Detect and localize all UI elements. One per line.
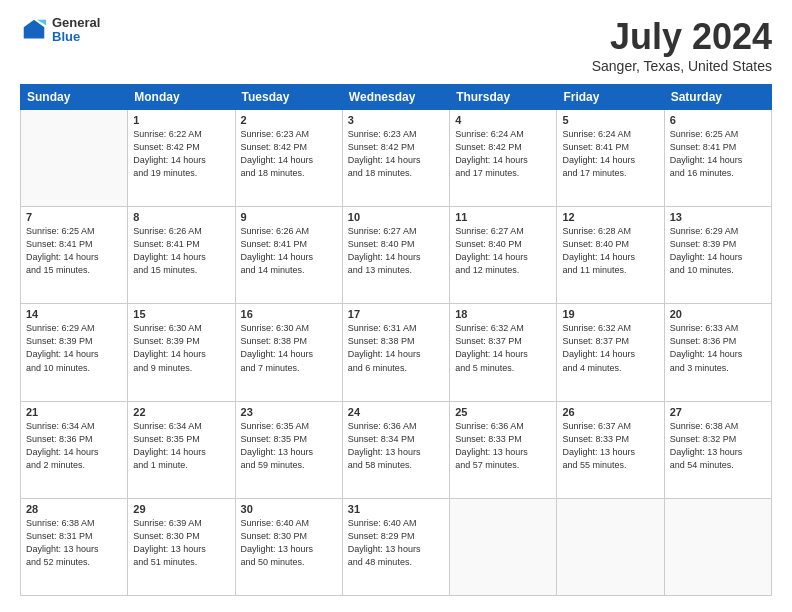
calendar-day-header: Monday: [128, 85, 235, 110]
day-info: Sunrise: 6:23 AM Sunset: 8:42 PM Dayligh…: [348, 128, 444, 180]
day-info: Sunrise: 6:38 AM Sunset: 8:31 PM Dayligh…: [26, 517, 122, 569]
calendar-cell: 25Sunrise: 6:36 AM Sunset: 8:33 PM Dayli…: [450, 401, 557, 498]
calendar-cell: 8Sunrise: 6:26 AM Sunset: 8:41 PM Daylig…: [128, 207, 235, 304]
calendar-cell: 16Sunrise: 6:30 AM Sunset: 8:38 PM Dayli…: [235, 304, 342, 401]
calendar-cell: 2Sunrise: 6:23 AM Sunset: 8:42 PM Daylig…: [235, 110, 342, 207]
day-number: 28: [26, 503, 122, 515]
calendar-day-header: Sunday: [21, 85, 128, 110]
calendar-cell: 27Sunrise: 6:38 AM Sunset: 8:32 PM Dayli…: [664, 401, 771, 498]
day-number: 13: [670, 211, 766, 223]
day-number: 26: [562, 406, 658, 418]
calendar-cell: 10Sunrise: 6:27 AM Sunset: 8:40 PM Dayli…: [342, 207, 449, 304]
day-info: Sunrise: 6:26 AM Sunset: 8:41 PM Dayligh…: [133, 225, 229, 277]
title-block: July 2024 Sanger, Texas, United States: [592, 16, 772, 74]
calendar-cell: 3Sunrise: 6:23 AM Sunset: 8:42 PM Daylig…: [342, 110, 449, 207]
day-number: 9: [241, 211, 337, 223]
day-info: Sunrise: 6:26 AM Sunset: 8:41 PM Dayligh…: [241, 225, 337, 277]
day-info: Sunrise: 6:36 AM Sunset: 8:33 PM Dayligh…: [455, 420, 551, 472]
day-number: 3: [348, 114, 444, 126]
day-info: Sunrise: 6:38 AM Sunset: 8:32 PM Dayligh…: [670, 420, 766, 472]
page: General Blue July 2024 Sanger, Texas, Un…: [0, 0, 792, 612]
calendar-day-header: Friday: [557, 85, 664, 110]
day-info: Sunrise: 6:36 AM Sunset: 8:34 PM Dayligh…: [348, 420, 444, 472]
day-number: 23: [241, 406, 337, 418]
calendar-table: SundayMondayTuesdayWednesdayThursdayFrid…: [20, 84, 772, 596]
day-info: Sunrise: 6:32 AM Sunset: 8:37 PM Dayligh…: [455, 322, 551, 374]
calendar-cell: 20Sunrise: 6:33 AM Sunset: 8:36 PM Dayli…: [664, 304, 771, 401]
day-info: Sunrise: 6:35 AM Sunset: 8:35 PM Dayligh…: [241, 420, 337, 472]
calendar-cell: 13Sunrise: 6:29 AM Sunset: 8:39 PM Dayli…: [664, 207, 771, 304]
calendar-cell: 6Sunrise: 6:25 AM Sunset: 8:41 PM Daylig…: [664, 110, 771, 207]
calendar-header-row: SundayMondayTuesdayWednesdayThursdayFrid…: [21, 85, 772, 110]
calendar-cell: 5Sunrise: 6:24 AM Sunset: 8:41 PM Daylig…: [557, 110, 664, 207]
day-info: Sunrise: 6:24 AM Sunset: 8:42 PM Dayligh…: [455, 128, 551, 180]
day-info: Sunrise: 6:30 AM Sunset: 8:38 PM Dayligh…: [241, 322, 337, 374]
day-info: Sunrise: 6:22 AM Sunset: 8:42 PM Dayligh…: [133, 128, 229, 180]
calendar-cell: 14Sunrise: 6:29 AM Sunset: 8:39 PM Dayli…: [21, 304, 128, 401]
day-info: Sunrise: 6:34 AM Sunset: 8:36 PM Dayligh…: [26, 420, 122, 472]
header: General Blue July 2024 Sanger, Texas, Un…: [20, 16, 772, 74]
day-info: Sunrise: 6:27 AM Sunset: 8:40 PM Dayligh…: [455, 225, 551, 277]
calendar-cell: 12Sunrise: 6:28 AM Sunset: 8:40 PM Dayli…: [557, 207, 664, 304]
day-number: 27: [670, 406, 766, 418]
day-number: 31: [348, 503, 444, 515]
day-info: Sunrise: 6:33 AM Sunset: 8:36 PM Dayligh…: [670, 322, 766, 374]
day-number: 24: [348, 406, 444, 418]
day-number: 2: [241, 114, 337, 126]
day-number: 19: [562, 308, 658, 320]
calendar-cell: 23Sunrise: 6:35 AM Sunset: 8:35 PM Dayli…: [235, 401, 342, 498]
page-subtitle: Sanger, Texas, United States: [592, 58, 772, 74]
day-number: 29: [133, 503, 229, 515]
calendar-cell: 4Sunrise: 6:24 AM Sunset: 8:42 PM Daylig…: [450, 110, 557, 207]
day-info: Sunrise: 6:27 AM Sunset: 8:40 PM Dayligh…: [348, 225, 444, 277]
calendar-cell: 22Sunrise: 6:34 AM Sunset: 8:35 PM Dayli…: [128, 401, 235, 498]
day-number: 1: [133, 114, 229, 126]
day-number: 11: [455, 211, 551, 223]
calendar-cell: 17Sunrise: 6:31 AM Sunset: 8:38 PM Dayli…: [342, 304, 449, 401]
day-number: 8: [133, 211, 229, 223]
calendar-cell: 18Sunrise: 6:32 AM Sunset: 8:37 PM Dayli…: [450, 304, 557, 401]
calendar-cell: [21, 110, 128, 207]
calendar-cell: 24Sunrise: 6:36 AM Sunset: 8:34 PM Dayli…: [342, 401, 449, 498]
day-number: 18: [455, 308, 551, 320]
calendar-cell: 31Sunrise: 6:40 AM Sunset: 8:29 PM Dayli…: [342, 498, 449, 595]
calendar-cell: [557, 498, 664, 595]
calendar-week-row: 14Sunrise: 6:29 AM Sunset: 8:39 PM Dayli…: [21, 304, 772, 401]
calendar-week-row: 7Sunrise: 6:25 AM Sunset: 8:41 PM Daylig…: [21, 207, 772, 304]
day-number: 12: [562, 211, 658, 223]
calendar-day-header: Wednesday: [342, 85, 449, 110]
day-number: 5: [562, 114, 658, 126]
logo-blue: Blue: [52, 30, 100, 44]
day-info: Sunrise: 6:31 AM Sunset: 8:38 PM Dayligh…: [348, 322, 444, 374]
day-info: Sunrise: 6:25 AM Sunset: 8:41 PM Dayligh…: [670, 128, 766, 180]
calendar-cell: 9Sunrise: 6:26 AM Sunset: 8:41 PM Daylig…: [235, 207, 342, 304]
day-info: Sunrise: 6:30 AM Sunset: 8:39 PM Dayligh…: [133, 322, 229, 374]
day-number: 16: [241, 308, 337, 320]
calendar-week-row: 1Sunrise: 6:22 AM Sunset: 8:42 PM Daylig…: [21, 110, 772, 207]
calendar-cell: 26Sunrise: 6:37 AM Sunset: 8:33 PM Dayli…: [557, 401, 664, 498]
day-info: Sunrise: 6:24 AM Sunset: 8:41 PM Dayligh…: [562, 128, 658, 180]
calendar-cell: 11Sunrise: 6:27 AM Sunset: 8:40 PM Dayli…: [450, 207, 557, 304]
day-number: 6: [670, 114, 766, 126]
calendar-cell: 21Sunrise: 6:34 AM Sunset: 8:36 PM Dayli…: [21, 401, 128, 498]
calendar-day-header: Thursday: [450, 85, 557, 110]
calendar-cell: 7Sunrise: 6:25 AM Sunset: 8:41 PM Daylig…: [21, 207, 128, 304]
day-number: 4: [455, 114, 551, 126]
day-number: 15: [133, 308, 229, 320]
svg-marker-0: [24, 20, 45, 39]
day-info: Sunrise: 6:29 AM Sunset: 8:39 PM Dayligh…: [26, 322, 122, 374]
day-number: 20: [670, 308, 766, 320]
calendar-day-header: Saturday: [664, 85, 771, 110]
day-info: Sunrise: 6:39 AM Sunset: 8:30 PM Dayligh…: [133, 517, 229, 569]
day-number: 14: [26, 308, 122, 320]
calendar-cell: 30Sunrise: 6:40 AM Sunset: 8:30 PM Dayli…: [235, 498, 342, 595]
calendar-cell: 1Sunrise: 6:22 AM Sunset: 8:42 PM Daylig…: [128, 110, 235, 207]
page-title: July 2024: [592, 16, 772, 58]
day-info: Sunrise: 6:25 AM Sunset: 8:41 PM Dayligh…: [26, 225, 122, 277]
day-info: Sunrise: 6:28 AM Sunset: 8:40 PM Dayligh…: [562, 225, 658, 277]
calendar-day-header: Tuesday: [235, 85, 342, 110]
calendar-week-row: 28Sunrise: 6:38 AM Sunset: 8:31 PM Dayli…: [21, 498, 772, 595]
calendar-cell: [450, 498, 557, 595]
calendar-week-row: 21Sunrise: 6:34 AM Sunset: 8:36 PM Dayli…: [21, 401, 772, 498]
logo-icon: [20, 16, 48, 44]
